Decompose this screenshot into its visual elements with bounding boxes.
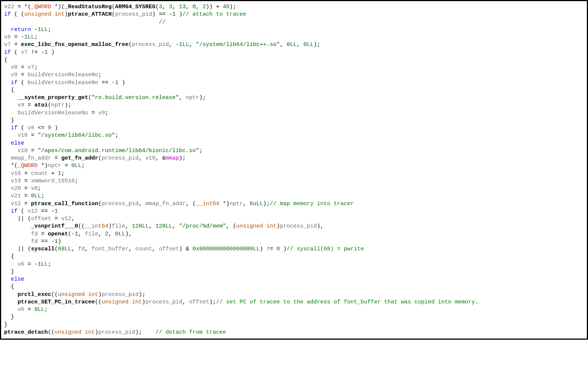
code-content: v22 = *(_QWORD *)(_ReadStatusReg(ARM64_S…	[4, 3, 584, 336]
code-block: v22 = *(_QWORD *)(_ReadStatusReg(ARM64_S…	[0, 0, 588, 340]
